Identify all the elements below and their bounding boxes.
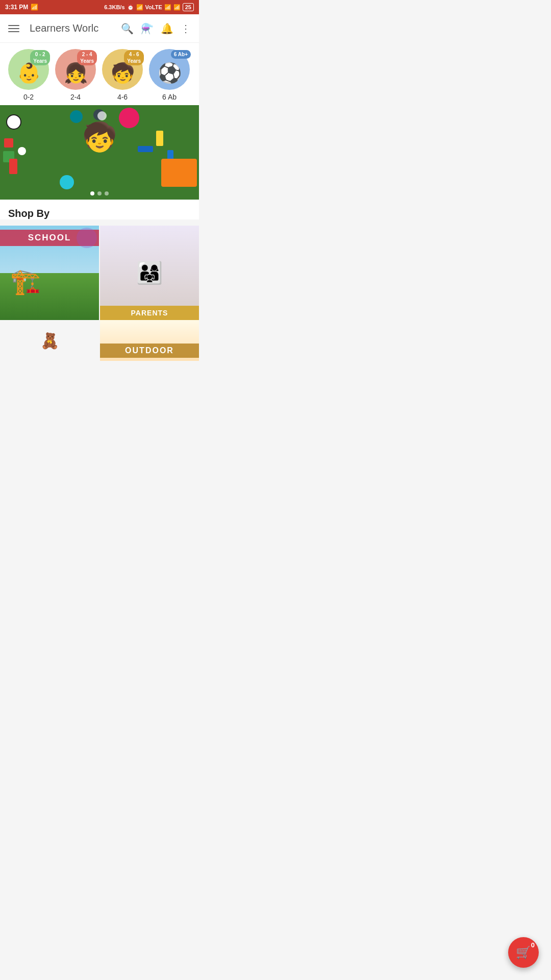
menu-line-1 xyxy=(8,25,19,26)
shop-item-outdoor[interactable]: OUTDOOR xyxy=(100,320,199,361)
toolbar-icons: 🔍 ⚗️ 🔔 ⋮ xyxy=(121,22,191,35)
clock-icon: ⏰ xyxy=(127,4,134,11)
age-item-6plus[interactable]: 6 Ab+ ⚽ 6 Ab xyxy=(149,49,190,101)
age-label-6plus: 6 Ab xyxy=(162,93,177,101)
banner-dots xyxy=(90,191,109,195)
wifi-icon: 📶 xyxy=(31,4,38,11)
age-item-4-6[interactable]: 4 - 6Years 🧒 4-6 xyxy=(102,49,143,101)
shop-by-title: Shop By xyxy=(8,208,191,219)
lte-badge: VoLTE xyxy=(145,4,162,10)
school-label: SCHOOL xyxy=(28,233,71,242)
red-block-2 xyxy=(9,159,17,174)
shop-grid: 🏗️ SCHOOL 👨‍👩‍👧 PARENTS xyxy=(0,226,199,320)
yellow-block-1 xyxy=(156,131,163,146)
network-speed: 6.3KB/s xyxy=(104,4,124,10)
age-label-2-4: 2-4 xyxy=(70,93,81,101)
more-options-icon[interactable]: ⋮ xyxy=(181,22,191,35)
age-circle-0-2: 0 - 2Years 👶 xyxy=(8,49,49,90)
teal-piece xyxy=(60,175,74,189)
toolbar: Learners Worlc 🔍 ⚗️ 🔔 ⋮ xyxy=(0,14,199,43)
soccer-ball-decoration xyxy=(6,114,21,130)
age-badge-0-2: 0 - 2Years xyxy=(30,50,50,65)
child-figure: 🧒 xyxy=(82,120,117,154)
disc-3 xyxy=(70,110,83,123)
age-categories-scroll[interactable]: 0 - 2Years 👶 0-2 2 - 4Years 👧 2-4 4 - 6Y… xyxy=(0,43,199,105)
signal2-icon: 📶 xyxy=(164,4,171,11)
bottom-shop-row: 🧸 OUTDOOR xyxy=(0,320,199,361)
menu-line-2 xyxy=(8,28,19,29)
menu-line-3 xyxy=(8,31,19,32)
age-circle-4-6: 4 - 6Years 🧒 xyxy=(102,49,143,90)
disc-2 xyxy=(97,111,107,120)
search-icon[interactable]: 🔍 xyxy=(121,22,134,35)
parents-label: PARENTS xyxy=(103,309,196,317)
disc-pink xyxy=(119,108,139,128)
status-bar: 3:31 PM 📶 6.3KB/s ⏰ 📶 VoLTE 📶 📶 25 xyxy=(0,0,199,14)
age-item-2-4[interactable]: 2 - 4Years 👧 2-4 xyxy=(55,49,96,101)
dot-2 xyxy=(97,191,102,195)
menu-button[interactable] xyxy=(8,25,19,32)
outdoor-label: OUTDOOR xyxy=(125,346,174,355)
blue-block-1 xyxy=(138,146,153,152)
filter-icon[interactable]: ⚗️ xyxy=(141,22,154,35)
app-title: Learners Worlc xyxy=(30,22,115,34)
age-badge-4-6: 4 - 6Years xyxy=(124,50,144,65)
puzzle-decoration xyxy=(161,159,197,187)
age-circle-6plus: 6 Ab+ ⚽ xyxy=(149,49,190,90)
status-left: 3:31 PM 📶 xyxy=(5,4,38,11)
dot-1 xyxy=(90,191,94,195)
dot-3 xyxy=(105,191,109,195)
age-label-0-2: 0-2 xyxy=(23,93,34,101)
age-item-0-2[interactable]: 0 - 2Years 👶 0-2 xyxy=(8,49,49,101)
white-block-1 xyxy=(18,147,26,155)
age-badge-2-4: 2 - 4Years xyxy=(77,50,97,65)
hero-banner[interactable]: 🧒 xyxy=(0,105,199,200)
battery-indicator: 25 xyxy=(183,3,194,11)
red-block-1 xyxy=(4,138,13,148)
grass-scene: 🧒 xyxy=(0,105,199,200)
shop-item-school[interactable]: 🏗️ SCHOOL xyxy=(0,226,99,320)
shop-by-section: Shop By xyxy=(0,200,199,219)
status-right: 6.3KB/s ⏰ 📶 VoLTE 📶 📶 25 xyxy=(104,3,194,11)
age-label-4-6: 4-6 xyxy=(117,93,128,101)
signal-icon: 📶 xyxy=(136,4,143,11)
shop-item-parents[interactable]: 👨‍👩‍👧 PARENTS xyxy=(100,226,199,320)
age-badge-6plus: 6 Ab+ xyxy=(171,50,191,59)
shop-item-indoor[interactable]: 🧸 xyxy=(0,320,99,361)
wifi2-icon: 📶 xyxy=(173,4,181,11)
status-time: 3:31 PM xyxy=(5,4,28,11)
age-circle-2-4: 2 - 4Years 👧 xyxy=(55,49,96,90)
notification-icon[interactable]: 🔔 xyxy=(161,22,173,35)
